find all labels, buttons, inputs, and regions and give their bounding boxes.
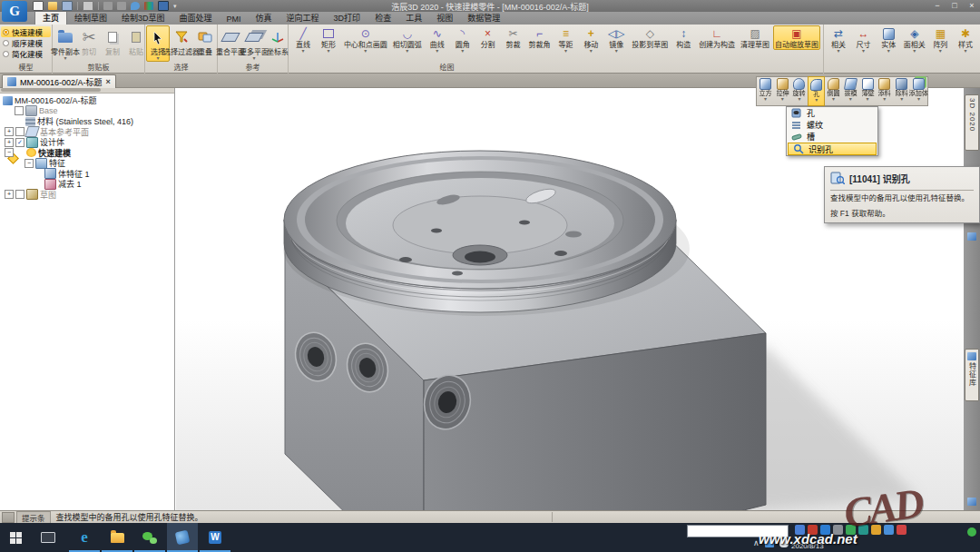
tree-item-body-feature[interactable]: 体特征 1 <box>0 169 174 180</box>
prompt-bar-handle-icon[interactable] <box>2 512 15 523</box>
tree-item-ref-planes[interactable]: + 基本参考平面 <box>0 127 174 138</box>
radio-ordered[interactable]: 顺序建模 <box>1 37 51 48</box>
prompt-bar-tab[interactable]: 提示条 <box>16 511 51 524</box>
move-button[interactable]: +移动▾ <box>579 25 603 54</box>
open-folder-icon[interactable] <box>48 2 57 10</box>
tree-root[interactable]: MM-00016-002/A-标题 <box>0 95 174 106</box>
redo-icon[interactable] <box>117 2 126 10</box>
close-button[interactable]: × <box>966 0 977 11</box>
screen-icon[interactable] <box>158 1 169 11</box>
tree-item-subtract[interactable]: 减去 1 <box>0 179 174 190</box>
split-button[interactable]: ×分割 <box>476 25 500 50</box>
checkbox-unchecked[interactable] <box>15 106 24 115</box>
box-button[interactable]: 立方▾ <box>757 77 774 105</box>
circle-icon: ⊙ <box>361 26 370 41</box>
tangent-arc-button[interactable]: ◡相切圆弧▾ <box>391 25 424 54</box>
task-view-button[interactable] <box>33 523 64 552</box>
qat-more-icon[interactable]: ▾ <box>173 3 177 10</box>
menu-item-thread[interactable]: 螺纹 <box>787 119 877 131</box>
app-logo[interactable]: G <box>2 1 27 22</box>
hole-button[interactable]: 孔▾ <box>808 76 825 106</box>
thin-wall-button[interactable]: 薄壁▾ <box>859 77 877 105</box>
cut-button[interactable]: ✂ 剪切 <box>77 25 101 57</box>
tab-pmi[interactable]: PMI <box>220 13 249 25</box>
style-button[interactable]: ✱样式▾ <box>954 25 977 54</box>
dock-panel-icon[interactable] <box>967 498 976 506</box>
menu-item-slot[interactable]: 槽 <box>787 131 877 143</box>
relate-icon: ⇄ <box>834 26 843 41</box>
checkbox-checked[interactable]: ✓ <box>15 138 24 147</box>
construction-button[interactable]: ↕构造 <box>671 25 695 50</box>
draft-button[interactable]: 拔模▾ <box>842 77 859 105</box>
undo-icon[interactable] <box>103 2 113 10</box>
solid-button[interactable]: 实体▾ <box>877 25 900 54</box>
checkbox-unchecked[interactable] <box>15 127 24 136</box>
offset-icon: ≡ <box>563 26 569 41</box>
trim-corner-button[interactable]: ⌐剪裁角 <box>527 25 553 50</box>
more-planes-button[interactable]: 更多平面▾ <box>242 25 266 62</box>
checkbox-unchecked[interactable] <box>15 190 24 199</box>
taskbar-app-file-explorer[interactable] <box>102 523 132 552</box>
tree-item-design-body[interactable]: + ✓ 设计体 <box>0 137 174 148</box>
curve-button[interactable]: ∿曲线▾ <box>426 25 449 54</box>
select-button[interactable]: 选择▾ <box>146 25 170 62</box>
add-material-button[interactable]: 添料▾ <box>876 77 893 105</box>
dimension-button[interactable]: ↔尺寸▾ <box>852 25 876 54</box>
expand-minus-icon[interactable]: − <box>5 148 14 157</box>
taskbar-app-wps[interactable]: W <box>200 523 230 552</box>
tree-item-sketch[interactable]: + 草图 <box>0 190 174 201</box>
round-button[interactable]: 倒圆▾ <box>825 77 842 105</box>
pattern-button[interactable]: ▦阵列▾ <box>928 25 952 54</box>
taskbar-app-haochen-3d[interactable] <box>167 523 198 552</box>
coordinate-system-button[interactable]: 坐标系 <box>266 25 289 57</box>
relate-button[interactable]: ⇄相关▾ <box>827 25 850 54</box>
menu-item-recognize-holes[interactable]: 识别孔 <box>788 143 877 155</box>
taskbar-app-wechat[interactable] <box>134 523 165 552</box>
radio-simplified[interactable]: 简化建模 <box>1 48 51 59</box>
save-icon[interactable] <box>62 1 73 11</box>
create-as-construction-button[interactable]: ∟创建为构造 <box>697 25 737 50</box>
auto-scale-sketch-button[interactable]: ▣自动缩放草图 <box>773 25 820 50</box>
base-icon <box>25 105 37 116</box>
remove-material-button[interactable]: 除料▾ <box>893 77 910 105</box>
document-tab[interactable]: MM-00016-002/A-标题 × <box>2 74 116 88</box>
expand-minus-icon[interactable]: − <box>24 159 34 168</box>
revolve-button[interactable]: 旋转▾ <box>791 77 808 105</box>
minimize-button[interactable]: − <box>932 0 943 11</box>
comment-icon[interactable] <box>131 2 140 10</box>
part-copy-button[interactable]: 零件副本▾ <box>54 25 77 62</box>
dock-tab-3d2020[interactable]: 3D 2020 <box>965 94 979 151</box>
rectangle-button[interactable]: 矩形▾ <box>317 25 340 54</box>
style-color-icon[interactable] <box>144 2 153 10</box>
tree-item-synchronous[interactable]: − 快速建模 <box>0 148 174 159</box>
expand-plus-icon[interactable]: + <box>5 127 14 136</box>
circle-center-button[interactable]: ⊙中心和点画圆▾ <box>342 25 389 54</box>
copy-button[interactable]: 复制 <box>101 25 124 57</box>
taskbar-app-edge[interactable]: e <box>69 523 100 552</box>
extrude-button[interactable]: 拉伸▾ <box>774 77 791 105</box>
fillet-button[interactable]: ◝圆角▾ <box>451 25 475 54</box>
maximize-button[interactable]: □ <box>949 0 960 11</box>
print-icon[interactable] <box>83 1 93 11</box>
line-button[interactable]: ╱直线▾ <box>291 25 315 54</box>
new-document-icon[interactable] <box>33 1 44 11</box>
pathfinder-scrollbar[interactable] <box>0 87 174 94</box>
dock-panel-icon[interactable] <box>967 232 976 241</box>
expand-plus-icon[interactable]: + <box>5 190 14 199</box>
mirror-button[interactable]: ◁▷镜像▾ <box>604 25 628 54</box>
tray-status-icon[interactable] <box>967 527 976 537</box>
offset-button[interactable]: ≡等距▾ <box>554 25 577 54</box>
select-filter-button[interactable]: 选择过滤器 <box>170 25 193 57</box>
project-to-sketch-button[interactable]: ◇投影到草图 <box>630 25 670 50</box>
overlap-button[interactable]: 重叠 <box>193 25 217 57</box>
start-button[interactable] <box>0 523 31 552</box>
clean-sketch-button[interactable]: ▨清理草图 <box>739 25 771 50</box>
document-close-icon[interactable]: × <box>106 77 111 86</box>
radio-synchronous[interactable]: 快速建模 <box>1 26 51 37</box>
trim-button[interactable]: ✂剪裁 <box>502 25 525 50</box>
face-relate-button[interactable]: ◈面相关▾ <box>902 25 927 54</box>
add-body-button[interactable]: 添加体▾ <box>910 77 927 105</box>
menu-item-hole[interactable]: 孔 <box>787 107 877 119</box>
expand-plus-icon[interactable]: + <box>5 138 14 147</box>
dock-tab-feature-library[interactable]: 特征库 <box>965 349 979 401</box>
